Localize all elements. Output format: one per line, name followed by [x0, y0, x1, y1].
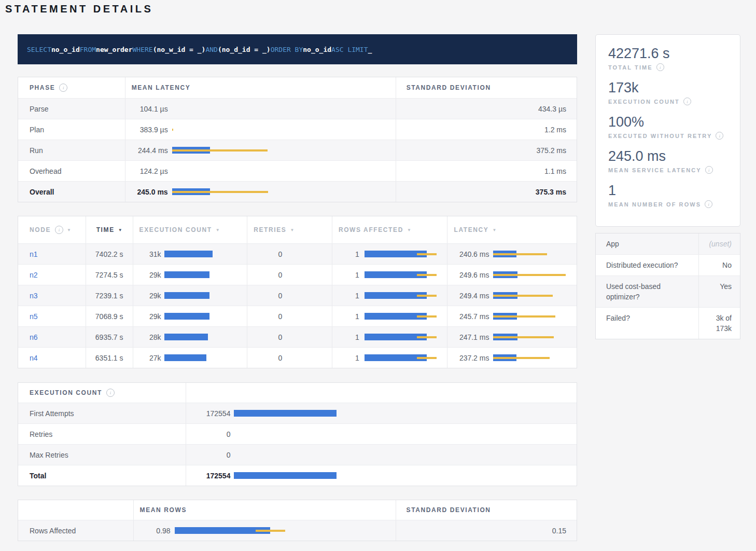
node-latency-value: 247.1 ms [454, 333, 489, 341]
latency-header-label: LATENCY [454, 226, 488, 233]
node-rows-affected-value: 1 [339, 312, 359, 321]
info-icon[interactable]: i [59, 84, 67, 92]
stat-label: EXECUTED WITHOUT RETRY [608, 133, 712, 139]
sort-desc-icon[interactable]: ▼ [492, 228, 496, 232]
std-dev-value: 375.3 ms [396, 182, 577, 202]
phase-latency-table: PHASEi MEAN LATENCY STANDARD DEVIATION P… [18, 77, 577, 202]
table-row: Rows Affected 0.98 0.15 [18, 520, 577, 541]
node-row: n1 7402.2 s 31k 0 1 240.6 ms [18, 243, 577, 264]
sort-desc-icon[interactable]: ▼ [290, 228, 294, 232]
summary-stats-card: 42271.6 s TOTAL TIMEi 173k EXECUTION COU… [595, 34, 740, 227]
time-column-header[interactable]: TIME▼ [86, 216, 133, 243]
table-row: Overhead 124.2 µs 1.1 ms [18, 160, 577, 181]
node-link[interactable]: n4 [30, 354, 38, 362]
detail-value: 3k of 173k [698, 308, 740, 339]
node-column-header[interactable]: NODEi▼ [18, 216, 86, 243]
exec-row-label: Max Retries [18, 445, 186, 465]
info-icon[interactable]: i [55, 226, 63, 234]
rows-affected-bar-chart [365, 271, 447, 278]
latency-column-header[interactable]: LATENCY▼ [447, 216, 577, 243]
exec-count-column-header[interactable]: EXECUTION COUNT▼ [133, 216, 247, 243]
table-row-overall: Overall 245.0 ms 375.3 ms [18, 181, 577, 202]
sql-keyword: AND [205, 46, 217, 53]
stat-value: 173k [608, 79, 727, 96]
sql-statement-box: SELECT no_o_id FROM new_order WHERE (no_… [18, 34, 577, 64]
rows-affected-column-header[interactable]: ROWS AFFECTED▼ [332, 216, 447, 243]
info-icon[interactable]: i [106, 389, 115, 397]
sql-keyword: ASC LIMIT [331, 46, 368, 53]
stat-mean-service-latency: 245.0 ms MEAN SERVICE LATENCYi [608, 148, 727, 174]
stat-label: TOTAL TIME [608, 64, 653, 71]
exec-row-label: Total [18, 465, 186, 486]
retries-column-header[interactable]: RETRIES▼ [247, 216, 332, 243]
std-dev-value: 1.2 ms [396, 119, 577, 140]
info-icon[interactable]: i [656, 63, 664, 71]
table-row: First Attempts 172554 [18, 403, 577, 423]
exec-row-label: First Attempts [18, 403, 186, 423]
latency-bar-chart [172, 105, 396, 112]
retries-header-label: RETRIES [254, 226, 286, 233]
table-row: Plan 383.9 µs 1.2 ms [18, 119, 577, 140]
node-latency-value: 249.4 ms [454, 292, 489, 300]
exec-count-bar-chart [164, 313, 247, 320]
rows-affected-bar-chart [365, 251, 447, 257]
info-icon[interactable]: i [683, 98, 691, 105]
sort-desc-icon[interactable]: ▼ [216, 228, 220, 232]
sort-desc-icon[interactable]: ▼ [118, 228, 122, 232]
stat-value: 42271.6 s [608, 45, 727, 62]
latency-bar-chart [172, 126, 396, 133]
execution-count-table-header: EXECUTION COUNTi [18, 383, 577, 403]
latency-bar-chart [172, 188, 396, 195]
node-link[interactable]: n1 [30, 250, 38, 258]
rows-affected-bar-chart [365, 313, 447, 320]
node-latency-value: 249.6 ms [454, 271, 489, 279]
node-row: n3 7239.1 s 29k 0 1 249.4 ms [18, 285, 577, 306]
node-link[interactable]: n6 [30, 333, 38, 341]
rows-affected-table-header: MEAN ROWS STANDARD DEVIATION [18, 500, 577, 520]
detail-row-distributed-execution: Distributed execution? No [596, 254, 740, 276]
info-icon[interactable]: i [716, 132, 723, 140]
detail-label: Distributed execution? [596, 255, 698, 276]
latency-bar-chart [493, 334, 577, 340]
stat-mean-number-of-rows: 1 MEAN NUMBER OF ROWSi [608, 182, 727, 208]
info-icon[interactable]: i [705, 200, 712, 208]
latency-bar-chart [493, 354, 577, 361]
phase-header-label: PHASE [30, 84, 55, 91]
node-rows-affected-value: 1 [339, 271, 359, 279]
node-exec-count-value: 29k [139, 271, 161, 279]
detail-value: No [698, 255, 740, 276]
node-exec-count-value: 29k [139, 292, 161, 300]
rows-affected-row-label: Rows Affected [18, 520, 133, 541]
latency-bar-chart [493, 271, 577, 278]
sort-desc-icon[interactable]: ▼ [67, 228, 71, 232]
execution-count-table: EXECUTION COUNTi First Attempts 172554 R… [18, 382, 577, 486]
sql-keyword: WHERE [133, 46, 153, 53]
mean-latency-header-label: MEAN LATENCY [132, 84, 191, 91]
detail-label: Used cost-based optimizer? [596, 276, 698, 307]
node-link[interactable]: n3 [30, 292, 38, 300]
std-dev-value: 434.3 µs [396, 99, 577, 119]
table-row-total: Total 172554 [18, 465, 577, 486]
node-retries-value: 0 [254, 250, 282, 258]
time-header-label: TIME [96, 226, 115, 233]
node-rows-affected-value: 1 [339, 354, 359, 362]
std-dev-column-header: STANDARD DEVIATION [396, 500, 577, 520]
node-time-value: 6935.7 s [86, 327, 133, 347]
node-latency-value: 245.7 ms [454, 312, 489, 321]
node-link[interactable]: n5 [30, 312, 38, 321]
node-link[interactable]: n2 [30, 271, 38, 279]
node-row: n4 6351.1 s 27k 0 1 237.2 ms [18, 347, 577, 368]
table-row: Retries 0 [18, 423, 577, 444]
sort-desc-icon[interactable]: ▼ [407, 228, 411, 232]
detail-row-failed: Failed? 3k of 173k [596, 307, 740, 339]
mean-rows-header-label: MEAN ROWS [140, 506, 187, 514]
info-icon[interactable]: i [705, 166, 713, 174]
std-dev-column-header: STANDARD DEVIATION [396, 77, 577, 98]
node-retries-value: 0 [254, 292, 282, 300]
sql-identifier: no_o_id [303, 46, 331, 53]
phase-column-header: PHASEi [18, 77, 125, 98]
sql-identifier: (no_w_id = _) [153, 46, 206, 53]
mean-rows-column-header: MEAN ROWS [133, 500, 396, 520]
statement-details-card: App (unset) Distributed execution? No Us… [595, 233, 740, 339]
node-rows-affected-value: 1 [339, 333, 359, 341]
